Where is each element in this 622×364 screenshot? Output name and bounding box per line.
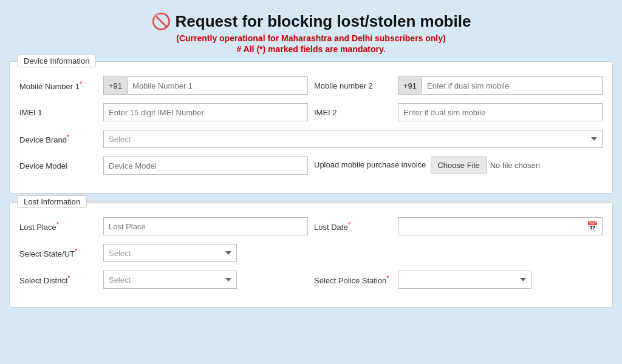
imei2-label: IMEI 2: [314, 108, 393, 117]
mobile2-prefix: +91: [398, 76, 422, 95]
lost-place-field: Lost Place*: [19, 217, 308, 235]
upload-field: Upload mobile purchase invoice Choose Fi…: [314, 157, 603, 174]
device-information-section: Device Information Mobile Number 1* +91 …: [9, 61, 613, 194]
lost-place-date-row: Lost Place* Lost Date* 📅: [19, 217, 603, 235]
mobile2-input-group: +91: [398, 76, 603, 95]
district-police-row: Select District* Select Select Police St…: [19, 271, 603, 289]
file-upload-area: Choose File No file chosen: [431, 157, 540, 174]
lost-date-wrapper: 📅: [398, 217, 603, 235]
mobile2-input[interactable]: [422, 76, 603, 95]
imei1-label: IMEI 1: [19, 108, 98, 117]
mobile1-prefix: +91: [103, 76, 127, 95]
mobile1-input[interactable]: [127, 76, 308, 95]
page-header: 🚫 Request for blocking lost/stolen mobil…: [9, 6, 613, 61]
model-upload-row: Device Model Upload mobile purchase invo…: [10, 157, 612, 175]
page-title: 🚫 Request for blocking lost/stolen mobil…: [9, 12, 613, 31]
upload-label: Upload mobile purchase invoice: [314, 160, 426, 170]
mobile-numbers-row: Mobile Number 1* +91 Mobile number 2 +91: [19, 76, 603, 95]
device-brand-label: Device Brand*: [19, 133, 98, 144]
block-icon: 🚫: [151, 12, 171, 31]
police-station-select[interactable]: [398, 271, 531, 289]
choose-file-button[interactable]: Choose File: [431, 157, 486, 174]
mobile1-input-group: +91: [103, 76, 308, 95]
district-select[interactable]: Select: [103, 271, 237, 289]
police-label: Select Police Station*: [314, 274, 393, 285]
subtitle2: # All (*) marked fields are mandatory.: [9, 44, 613, 54]
state-select[interactable]: Select: [103, 244, 237, 262]
lost-date-field: Lost Date* 📅: [314, 217, 603, 235]
mobile2-field: Mobile number 2 +91: [314, 76, 603, 95]
lost-section-legend: Lost Information: [17, 195, 87, 208]
state-field: Select State/UT* Select ▾: [19, 244, 308, 262]
device-brand-row: Device Brand* Select: [10, 130, 612, 148]
police-field: Select Police Station*: [314, 271, 603, 289]
state-label: Select State/UT*: [19, 248, 98, 258]
device-brand-select[interactable]: Select: [103, 130, 603, 148]
district-field: Select District* Select: [19, 271, 308, 289]
mobile1-label: Mobile Number 1*: [19, 80, 98, 91]
lost-place-label: Lost Place*: [19, 221, 98, 232]
device-model-field: Device Model: [19, 157, 308, 175]
lost-place-input[interactable]: [103, 217, 308, 235]
state-row: Select State/UT* Select ▾: [19, 244, 603, 262]
mobile2-label: Mobile number 2: [314, 81, 393, 90]
subtitle1: (Currently operational for Maharashtra a…: [9, 33, 613, 43]
lost-date-label: Lost Date*: [314, 221, 393, 232]
imei1-input[interactable]: [103, 103, 308, 121]
lost-information-section: Lost Information Lost Place* Lost Date* …: [9, 202, 613, 308]
mobile1-field: Mobile Number 1* +91: [19, 76, 308, 95]
title-text: Request for blocking lost/stolen mobile: [176, 12, 471, 31]
imei1-field: IMEI 1: [19, 103, 308, 121]
device-model-input[interactable]: [103, 157, 308, 175]
district-label: Select District*: [19, 274, 98, 285]
calendar-icon[interactable]: 📅: [583, 221, 602, 232]
imei2-field: IMEI 2: [314, 103, 603, 121]
imei-row: IMEI 1 IMEI 2: [19, 103, 603, 121]
file-name-display: No file chosen: [490, 161, 540, 170]
device-model-label: Device Model: [19, 161, 98, 170]
imei2-input[interactable]: [398, 103, 603, 121]
lost-date-input[interactable]: [398, 218, 583, 235]
device-section-legend: Device Information: [17, 55, 96, 67]
